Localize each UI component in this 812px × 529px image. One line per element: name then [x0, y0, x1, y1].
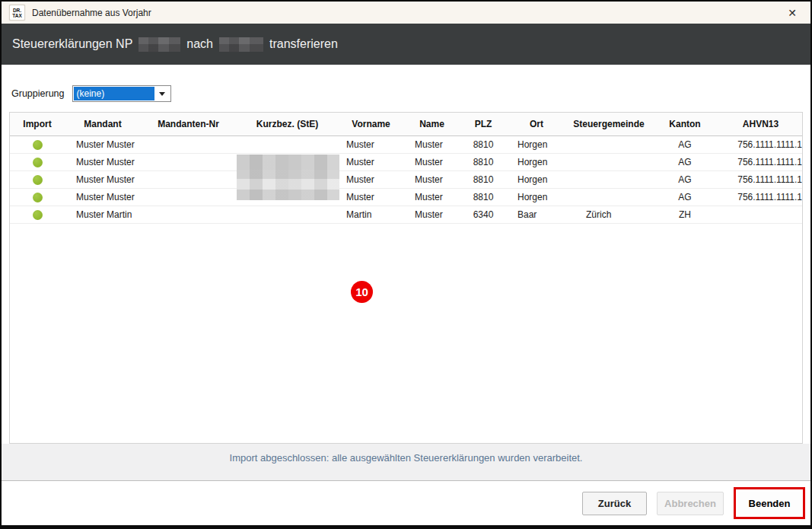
cell-ort: Horgen — [506, 139, 567, 150]
app-logo-line2: TAX — [12, 13, 22, 18]
cell-ort: Horgen — [506, 192, 567, 202]
annotation-step-badge: 10 — [351, 281, 373, 303]
cell-plz: 8810 — [460, 192, 506, 202]
column-header-ahvn13[interactable]: AHVN13 — [719, 119, 802, 129]
grouping-selected-value: (keine) — [74, 87, 154, 100]
cell-name: Muster — [403, 157, 460, 167]
cell-ahvn13: 756.1111.1111.1 — [719, 192, 802, 202]
results-table: Import Mandant Mandanten-Nr Kurzbez. (St… — [9, 112, 803, 444]
cell-ort: Horgen — [506, 174, 567, 185]
cell-name: Muster — [403, 174, 460, 185]
table-row[interactable]: Muster Muster Muster Muster 8810 Horgen … — [10, 154, 802, 171]
cell-plz: 8810 — [460, 174, 506, 185]
import-success-icon — [33, 158, 43, 167]
cell-plz: 8810 — [460, 157, 506, 167]
cell-ort: Baar — [506, 209, 567, 220]
table-row[interactable]: Muster Muster Muster Muster 8810 Horgen … — [10, 171, 802, 189]
window-title: Datenübernahme aus Vorjahr — [32, 8, 151, 18]
table-header-row: Import Mandant Mandanten-Nr Kurzbez. (St… — [10, 113, 802, 136]
cell-vorname: Muster — [339, 157, 403, 167]
cell-vorname: Muster — [339, 139, 403, 150]
redacted-block — [139, 37, 180, 52]
cell-kanton: AG — [651, 157, 719, 167]
cell-mandant: Muster Muster — [65, 157, 141, 167]
cell-vorname: Martin — [339, 209, 403, 220]
column-header-kurzbez[interactable]: Kurzbez. (StE) — [236, 119, 339, 129]
column-header-vorname[interactable]: Vorname — [339, 119, 403, 129]
column-header-ort[interactable]: Ort — [506, 119, 567, 129]
cell-mandant: Muster Muster — [65, 139, 141, 150]
cancel-button: Abbrechen — [657, 492, 724, 515]
cell-name: Muster — [403, 192, 460, 202]
table-row[interactable]: Muster Martin Martin Muster 6340 Baar Zü… — [10, 206, 802, 224]
table-row[interactable]: Muster Muster Muster Muster 8810 Horgen … — [10, 189, 802, 206]
header-text-part3: transferieren — [269, 37, 338, 51]
cell-plz: 8810 — [460, 139, 506, 150]
title-bar: DR. TAX Datenübernahme aus Vorjahr ✕ — [2, 2, 810, 24]
column-header-plz[interactable]: PLZ — [460, 119, 506, 129]
cell-mandant: Muster Muster — [65, 192, 141, 202]
cell-ahvn13: 756.1111.1111.1 — [719, 139, 802, 150]
column-header-name[interactable]: Name — [403, 119, 460, 129]
cell-mandant: Muster Martin — [65, 209, 141, 220]
column-header-mandant[interactable]: Mandant — [65, 119, 141, 129]
column-header-mandanten-nr[interactable]: Mandanten-Nr — [141, 119, 236, 129]
content-area: Gruppierung (keine) Import Mandant Manda… — [2, 65, 810, 444]
header-text-part2: nach — [186, 37, 213, 51]
transfer-dialog: DR. TAX Datenübernahme aus Vorjahr ✕ Ste… — [0, 0, 812, 529]
cell-kanton: ZH — [651, 209, 719, 220]
cell-ort: Horgen — [506, 157, 567, 167]
chevron-down-icon — [159, 92, 165, 96]
cell-kanton: AG — [651, 139, 719, 150]
app-logo-line1: DR. — [13, 8, 21, 13]
status-message: Import abgeschlossen: alle ausgewählten … — [230, 452, 583, 464]
back-button[interactable]: Zurück — [582, 492, 647, 515]
import-success-icon — [33, 193, 43, 202]
cell-ahvn13: 756.1111.1111.1 — [719, 174, 802, 185]
cell-vorname: Muster — [339, 174, 403, 185]
import-success-icon — [33, 210, 43, 220]
status-bar: Import abgeschlossen: alle ausgewählten … — [2, 444, 810, 481]
close-icon[interactable]: ✕ — [785, 5, 800, 21]
cell-plz: 6340 — [460, 209, 506, 220]
grouping-dropdown[interactable]: (keine) — [72, 85, 171, 102]
footer-bar: Zurück Abbrechen Beenden — [2, 481, 810, 525]
cell-kanton: AG — [651, 192, 719, 202]
column-header-steuergemeinde[interactable]: Steuergemeinde — [567, 119, 651, 129]
cell-name: Muster — [403, 139, 460, 150]
cell-ahvn13: 756.1111.1111.1 — [719, 157, 802, 167]
column-header-kanton[interactable]: Kanton — [651, 119, 719, 129]
redacted-block — [237, 155, 339, 200]
cell-name: Muster — [403, 209, 460, 220]
column-header-import[interactable]: Import — [10, 119, 65, 129]
cell-vorname: Muster — [339, 192, 403, 202]
dropdown-arrow-button[interactable] — [154, 87, 170, 100]
dialog-header: Steuererklärungen NP nach transferieren — [2, 24, 810, 65]
header-text-part1: Steuererklärungen NP — [12, 37, 132, 51]
grouping-row: Gruppierung (keine) — [11, 85, 171, 102]
import-success-icon — [33, 175, 43, 185]
cell-kanton: AG — [651, 174, 719, 185]
table-row[interactable]: Muster Muster Muster Muster 8810 Horgen … — [10, 136, 802, 154]
finish-button[interactable]: Beenden — [738, 492, 801, 515]
cell-steuergemeinde: Zürich — [567, 209, 651, 220]
grouping-label: Gruppierung — [11, 88, 65, 99]
app-logo-icon: DR. TAX — [9, 5, 25, 21]
import-success-icon — [33, 140, 43, 150]
annotation-highlight-frame: Beenden — [734, 487, 805, 519]
redacted-block — [219, 37, 263, 52]
cell-mandant: Muster Muster — [65, 174, 141, 185]
